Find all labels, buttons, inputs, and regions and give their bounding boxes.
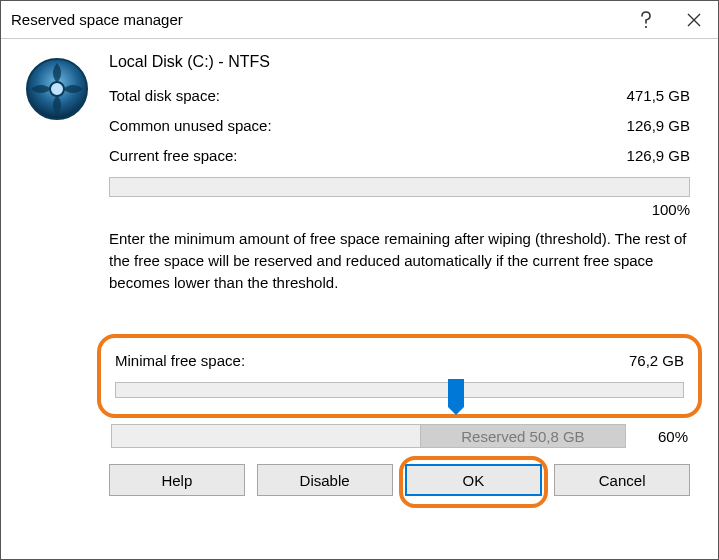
disable-button[interactable]: Disable [257,464,393,496]
reserved-bar-fill: Reserved 50,8 GB [420,425,625,447]
help-icon [640,11,652,29]
reserved-percent: 60% [640,428,688,445]
unused-space-label: Common unused space: [109,111,272,141]
minimal-free-value: 76,2 GB [629,346,684,376]
total-space-value: 471,5 GB [627,81,690,111]
svg-point-0 [645,25,647,27]
dialog-window: Reserved space manager [0,0,719,560]
titlebar: Reserved space manager [1,1,718,39]
free-space-progress-fill [110,178,689,196]
help-titlebar-button[interactable] [622,1,670,39]
disk-name: Local Disk (C:) - NTFS [109,53,690,71]
minimal-free-slider[interactable] [115,382,684,398]
content-column: Local Disk (C:) - NTFS Total disk space:… [109,53,690,543]
row-free-space: Current free space: 126,9 GB [109,141,690,171]
row-total-space: Total disk space: 471,5 GB [109,81,690,111]
reserved-bar: Reserved 50,8 GB [111,424,626,448]
button-row: Help Disable OK Cancel [109,464,690,496]
free-space-percent: 100% [109,201,690,218]
close-icon [687,13,701,27]
help-button[interactable]: Help [109,464,245,496]
ok-button[interactable]: OK [405,464,543,496]
reserved-row: Reserved 50,8 GB 60% [111,424,688,448]
dialog-body: Local Disk (C:) - NTFS Total disk space:… [1,39,718,559]
reserved-bar-label: Reserved 50,8 GB [461,428,584,445]
icon-column [25,53,93,543]
window-title: Reserved space manager [11,11,622,28]
row-minimal-free: Minimal free space: 76,2 GB [115,346,684,376]
row-unused-space: Common unused space: 126,9 GB [109,111,690,141]
unused-space-value: 126,9 GB [627,111,690,141]
minimal-free-space-group: Minimal free space: 76,2 GB [97,334,702,418]
free-space-label: Current free space: [109,141,237,171]
minimal-free-label: Minimal free space: [115,346,245,376]
total-space-label: Total disk space: [109,81,220,111]
cancel-button-label: Cancel [599,472,646,489]
ok-button-label: OK [463,472,485,489]
svg-point-2 [50,82,64,96]
close-titlebar-button[interactable] [670,1,718,39]
disable-button-label: Disable [300,472,350,489]
slider-row [115,382,684,398]
instruction-text: Enter the minimum amount of free space r… [109,228,690,294]
help-button-label: Help [161,472,192,489]
free-space-progress [109,177,690,197]
slider-thumb[interactable] [448,379,464,407]
cancel-button[interactable]: Cancel [554,464,690,496]
free-space-value: 126,9 GB [627,141,690,171]
disk-sawblade-icon [25,108,89,124]
